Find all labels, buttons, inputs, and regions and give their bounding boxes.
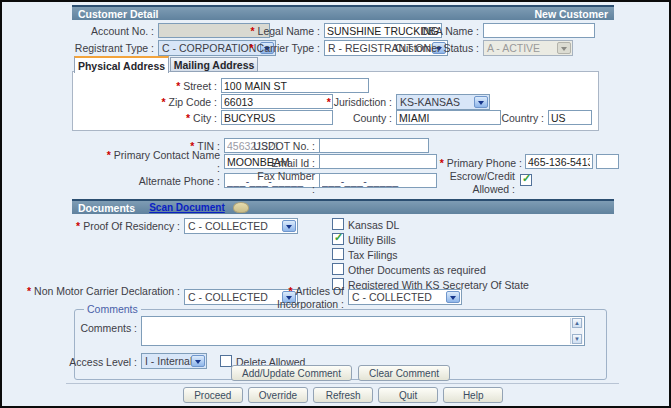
- email-id-label: Email Id :: [218, 157, 315, 170]
- fax-number-label: Fax Number :: [252, 170, 315, 195]
- alternate-phone-label: Alternate Phone :: [102, 175, 220, 188]
- escrow-credit-allowed-checkbox[interactable]: [520, 174, 532, 186]
- dba-name-field[interactable]: [483, 23, 595, 38]
- comments-legend: Comments: [84, 303, 141, 315]
- kansas-dl-label: Kansas DL: [348, 219, 399, 231]
- scroll-up-icon[interactable]: ▲: [572, 318, 582, 328]
- tax-filings-checkbox[interactable]: [332, 248, 344, 260]
- proof-of-residency-select[interactable]: C - COLLECTED: [184, 218, 298, 234]
- kansas-dl-checkbox[interactable]: [332, 218, 344, 230]
- jurisdiction-select[interactable]: KS-KANSAS: [396, 94, 490, 110]
- customer-detail-page: Customer Detail New Customer Account No.…: [0, 0, 671, 408]
- chevron-down-icon[interactable]: [446, 291, 460, 303]
- non-motor-carrier-declaration-label: Non Motor Carrier Declaration :: [24, 285, 180, 298]
- escrow-credit-allowed-label: Escrow/Credit Allowed :: [432, 170, 515, 195]
- tab-physical-address[interactable]: Physical Address: [74, 56, 169, 73]
- country-label: Country :: [470, 112, 544, 125]
- primary-phone-label: Primary Phone :: [434, 157, 522, 170]
- country-field[interactable]: [548, 110, 592, 125]
- comment-buttons: Add/Update Comment Clear Comment: [74, 365, 607, 381]
- primary-phone-field[interactable]: [525, 154, 593, 169]
- scrollbar[interactable]: ▲ ▼: [570, 318, 583, 344]
- comments-textarea[interactable]: ▲ ▼: [141, 316, 585, 346]
- quit-button[interactable]: Quit: [378, 387, 438, 403]
- utility-bills-label: Utility Bills: [348, 234, 396, 246]
- account-no-label: Account No. :: [22, 25, 154, 38]
- registrant-type-label: Registrant Type :: [22, 42, 154, 55]
- legal-name-label: Legal Name :: [194, 25, 320, 38]
- jurisdiction-label: Jurisdiction :: [270, 96, 392, 109]
- customer-status-label: Customer Status :: [357, 42, 479, 55]
- carrier-type-label: Carrier Type :: [194, 42, 320, 55]
- override-button[interactable]: Override: [248, 387, 308, 403]
- other-documents-label: Other Documents as required: [348, 264, 486, 276]
- usdot-label: USDOT No. :: [218, 140, 315, 153]
- utility-bills-checkbox[interactable]: [332, 233, 344, 245]
- documents-title: Documents: [78, 202, 135, 214]
- dba-name-label: DBA Name :: [357, 25, 479, 38]
- footer-divider: [66, 383, 619, 384]
- help-button[interactable]: Help: [443, 387, 503, 403]
- city-label: City :: [62, 112, 217, 125]
- page-title: Customer Detail: [78, 8, 159, 20]
- primary-contact-name-label: Primary Contact Name :: [102, 149, 220, 174]
- articles-of-incorporation-select[interactable]: C - COLLECTED: [348, 289, 462, 305]
- street-label: Street :: [62, 80, 217, 93]
- refresh-button[interactable]: Refresh: [313, 387, 373, 403]
- usdot-field[interactable]: [319, 138, 429, 153]
- add-update-comment-button[interactable]: Add/Update Comment: [231, 365, 352, 381]
- email-id-field[interactable]: [319, 154, 437, 169]
- scan-document-icon[interactable]: [233, 202, 249, 213]
- chevron-down-icon[interactable]: [474, 96, 488, 108]
- proceed-button[interactable]: Proceed: [183, 387, 243, 403]
- tax-filings-label: Tax Filings: [348, 249, 398, 261]
- primary-phone-ext-field[interactable]: [596, 154, 619, 169]
- documents-header: Documents Scan Document: [72, 199, 614, 214]
- new-customer-label: New Customer: [534, 8, 608, 20]
- articles-of-incorporation-label: Articles Of Incorporation :: [250, 285, 344, 310]
- scroll-down-icon[interactable]: ▼: [572, 334, 582, 344]
- chevron-down-icon[interactable]: [282, 220, 296, 232]
- fax-number-field[interactable]: [319, 173, 437, 188]
- other-documents-checkbox[interactable]: [332, 263, 344, 275]
- customer-detail-header: Customer Detail New Customer: [72, 5, 614, 20]
- zip-code-label: Zip Code :: [62, 96, 217, 109]
- footer-buttons: Proceed Override Refresh Quit Help: [72, 387, 614, 403]
- chevron-down-icon: [557, 42, 571, 54]
- proof-of-residency-label: Proof Of Residency :: [32, 220, 180, 233]
- tab-mailing-address[interactable]: Mailing Address: [170, 57, 258, 72]
- clear-comment-button[interactable]: Clear Comment: [358, 365, 450, 381]
- customer-status-select: A - ACTIVE: [483, 40, 573, 56]
- scan-document-link[interactable]: Scan Document: [149, 202, 225, 213]
- comments-label: Comments :: [42, 322, 137, 335]
- county-label: County :: [312, 112, 392, 125]
- street-field[interactable]: [221, 78, 369, 93]
